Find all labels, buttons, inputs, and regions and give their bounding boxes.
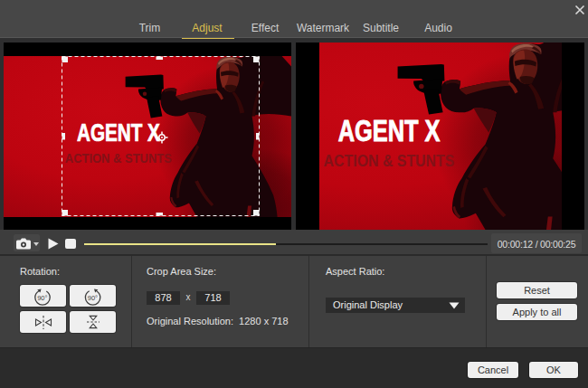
svg-text:AGENT X: AGENT X [338, 115, 441, 147]
svg-text:ACTION & STUNTS: ACTION & STUNTS [324, 151, 455, 169]
svg-text:90°: 90° [37, 294, 47, 302]
svg-text:90°: 90° [88, 294, 98, 302]
